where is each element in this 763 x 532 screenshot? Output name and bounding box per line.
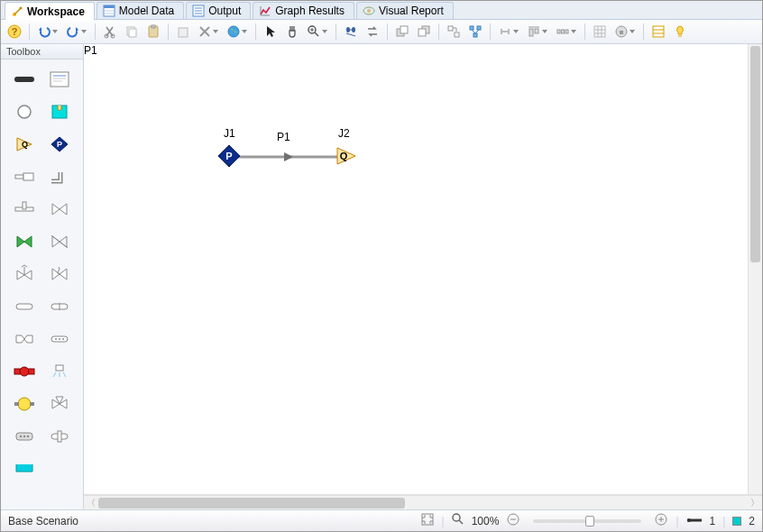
svg-point-80 [55,338,57,340]
visual-report-icon [363,5,375,17]
tool-three-way[interactable] [44,390,77,418]
tab-workspace[interactable]: Workspace [5,2,95,20]
tool-assigned-flow[interactable]: Q [8,130,41,159]
remove-button[interactable] [195,22,222,41]
globe-button[interactable] [224,22,251,41]
auto-layout-button[interactable] [465,22,485,41]
tool-screen[interactable] [44,292,77,321]
model-data-icon [103,5,115,17]
properties-button[interactable] [648,22,668,41]
cut-button[interactable] [100,22,120,41]
tool-area-change[interactable] [8,162,41,191]
tab-graph-results[interactable]: Graph Results [253,2,354,19]
lock-button[interactable] [611,22,639,41]
pan-button[interactable] [282,22,302,41]
group-button[interactable] [444,22,464,41]
junction-count: 2 [749,515,755,527]
svg-rect-22 [179,28,188,37]
tool-heat-ex-a[interactable] [8,422,41,451]
tool-assigned-pressure[interactable]: P [44,130,77,159]
tab-model-data[interactable]: Model Data [97,2,184,19]
tab-label: Model Data [119,5,174,17]
undo-button[interactable] [34,22,61,41]
svg-point-28 [346,27,350,32]
svg-rect-89 [30,402,34,406]
tool-open-channel[interactable] [8,454,41,483]
svg-text:P: P [225,151,232,161]
tab-visual-report[interactable]: Visual Report [356,2,454,19]
tool-heat-ex-b[interactable] [44,422,77,451]
workspace-canvas[interactable]: P1 /*placeholder so binding script can p… [84,44,762,495]
copy-button[interactable] [122,22,142,41]
svg-rect-73 [23,202,26,209]
svg-rect-19 [129,29,136,37]
grid-button[interactable] [590,22,610,41]
tool-compressor[interactable] [8,390,41,418]
redo-button[interactable] [63,22,90,41]
tool-general[interactable] [44,325,77,353]
fit-icon[interactable] [420,512,435,529]
svg-line-25 [315,32,318,36]
zoom-slider[interactable] [533,519,641,523]
tool-orifice[interactable] [8,292,41,321]
send-back-button[interactable] [414,22,434,41]
junction-J2[interactable]: Q [336,146,357,166]
tool-relief-valve[interactable] [44,260,77,289]
tool-bend[interactable] [44,162,77,191]
toolbox-panel: Toolbox Q P [1,44,84,509]
scroll-right-icon[interactable]: 〉 [748,496,762,510]
svg-rect-48 [562,30,565,33]
junction-J1[interactable]: P [217,144,241,168]
tool-annotation[interactable] [44,65,77,94]
svg-point-29 [352,27,355,32]
zoom-in-button[interactable] [654,512,668,529]
paste-button[interactable] [143,22,163,41]
junction-label-J2: J2 [338,127,350,140]
delete-button[interactable] [173,22,193,41]
svg-rect-61 [14,77,34,82]
zoom-out-button[interactable] [506,512,520,529]
tool-control-valve[interactable] [8,260,41,289]
pointer-button[interactable] [261,22,280,41]
svg-point-13 [367,9,371,13]
svg-point-93 [27,436,29,437]
bring-front-button[interactable] [392,22,412,41]
scroll-left-icon[interactable]: 〈 [84,496,98,510]
tab-output[interactable]: Output [186,2,251,19]
find-button[interactable] [341,22,361,41]
pipe-P1[interactable] [235,151,340,163]
tip-icon[interactable] [670,22,690,41]
tool-check-valve[interactable] [8,227,41,256]
zoom-icon[interactable] [452,513,464,528]
distribute-button[interactable] [553,22,580,41]
svg-text:Q: Q [340,151,348,161]
workspace-icon [11,5,23,18]
align-button[interactable] [524,22,551,41]
tool-tee[interactable] [8,195,41,224]
help-icon[interactable]: ? [5,22,24,41]
vertical-scrollbar[interactable] [748,44,762,494]
zoom-value: 100% [472,515,500,527]
svg-rect-37 [455,32,459,37]
horizontal-scrollbar[interactable]: 〈 〉 [84,495,762,509]
tool-valve-b[interactable] [44,227,77,256]
swap-button[interactable] [363,22,382,41]
svg-rect-62 [51,72,69,87]
tool-pump-red[interactable] [8,357,41,386]
tool-reservoir[interactable] [44,97,77,126]
app-window: Workspace Model Data Output Graph Result… [0,0,763,532]
tool-valve-a[interactable] [44,195,77,224]
svg-rect-70 [15,175,23,179]
zoom-button[interactable] [304,22,331,41]
svg-point-91 [20,436,22,437]
status-bar: Base Scenario | 100% | 1 | 2 [1,509,762,531]
svg-point-92 [23,436,25,437]
tool-pipe[interactable] [8,65,41,94]
snap-button[interactable] [495,22,522,41]
toolbox-grid: Q P [1,60,83,509]
svg-point-1 [20,6,23,9]
tool-branch[interactable] [8,97,41,126]
tool-venturi[interactable] [8,325,41,353]
tool-spray[interactable] [44,357,77,386]
toolbox-title: Toolbox [1,44,83,60]
